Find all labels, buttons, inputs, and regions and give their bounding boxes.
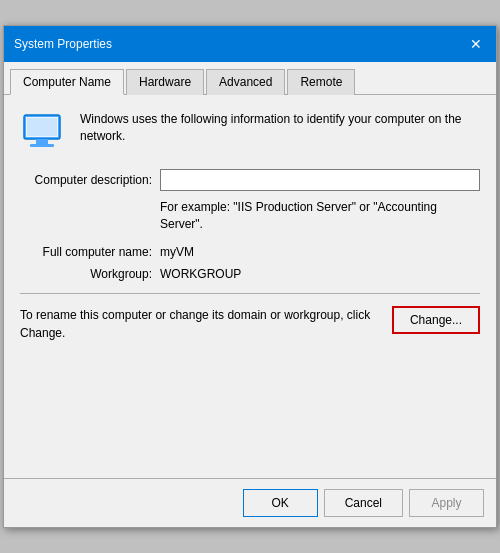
system-properties-window: System Properties ✕ Computer Name Hardwa… (3, 25, 497, 528)
description-label: Computer description: (20, 169, 160, 187)
svg-rect-4 (27, 118, 57, 136)
svg-rect-2 (36, 139, 48, 144)
svg-rect-3 (30, 144, 54, 147)
computer-icon (20, 113, 68, 153)
info-text: Windows uses the following information t… (80, 111, 480, 145)
workgroup-row: Workgroup: WORKGROUP (20, 267, 480, 281)
workgroup-value: WORKGROUP (160, 267, 241, 281)
full-name-value: myVM (160, 245, 194, 259)
tab-bar: Computer Name Hardware Advanced Remote (4, 62, 496, 95)
spacer (20, 342, 480, 462)
rename-text: To rename this computer or change its do… (20, 306, 380, 342)
cancel-button[interactable]: Cancel (324, 489, 403, 517)
tab-advanced[interactable]: Advanced (206, 69, 285, 95)
apply-button[interactable]: Apply (409, 489, 484, 517)
full-name-label: Full computer name: (20, 245, 160, 259)
divider (20, 293, 480, 294)
rename-section: To rename this computer or change its do… (20, 306, 480, 342)
workgroup-label: Workgroup: (20, 267, 160, 281)
title-bar: System Properties ✕ (4, 26, 496, 62)
tab-content: Windows uses the following information t… (4, 95, 496, 478)
full-name-row: Full computer name: myVM (20, 245, 480, 259)
close-button[interactable]: ✕ (466, 34, 486, 54)
info-section: Windows uses the following information t… (20, 111, 480, 153)
description-input[interactable] (160, 169, 480, 191)
tab-remote[interactable]: Remote (287, 69, 355, 95)
ok-button[interactable]: OK (243, 489, 318, 517)
description-row: Computer description: (20, 169, 480, 191)
button-bar: OK Cancel Apply (4, 478, 496, 527)
change-button[interactable]: Change... (392, 306, 480, 334)
window-title: System Properties (14, 37, 112, 51)
tab-computer-name[interactable]: Computer Name (10, 69, 124, 95)
description-hint: For example: "IIS Production Server" or … (160, 199, 480, 233)
tab-hardware[interactable]: Hardware (126, 69, 204, 95)
